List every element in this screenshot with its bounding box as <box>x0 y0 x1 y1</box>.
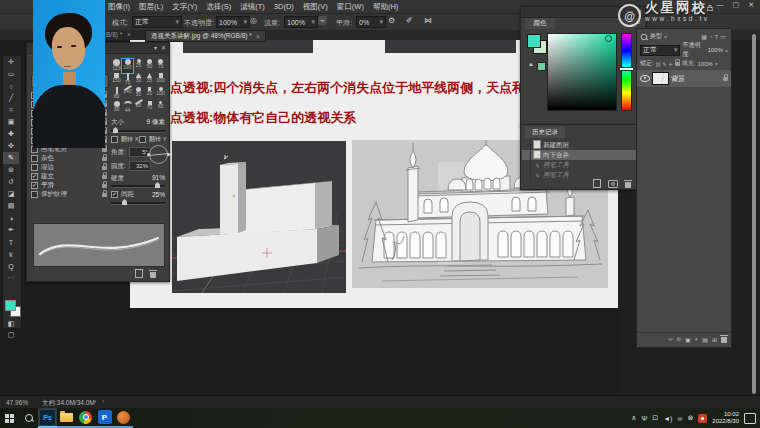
hue-slider-marker[interactable] <box>619 67 634 71</box>
brush-tip[interactable]: 100 <box>155 73 166 87</box>
brush-tip[interactable]: 50 <box>144 59 155 73</box>
option-wet-edges[interactable]: 湿边 <box>31 163 107 172</box>
history-step-new-layer[interactable]: 新建图层 <box>522 140 640 150</box>
mode-select[interactable]: 正常▾ <box>132 16 182 28</box>
history-source-cell[interactable] <box>522 150 531 160</box>
flow-select[interactable]: 100%▾ <box>284 16 318 28</box>
size-slider[interactable] <box>111 130 165 133</box>
taskbar-photoshop[interactable]: Ps <box>38 408 57 428</box>
saturation-brightness-field[interactable] <box>547 33 617 111</box>
brush-tip[interactable]: 30 <box>133 73 144 87</box>
layer-group-icon[interactable]: ▤ <box>702 336 708 343</box>
menu-help[interactable]: 帮助(H) <box>373 2 398 12</box>
menu-3d[interactable]: 3D(D) <box>274 2 294 12</box>
active-tab-close-icon[interactable]: × <box>256 33 260 40</box>
link-layers-icon[interactable]: ∞ <box>668 336 672 342</box>
remote-desktop-icon[interactable]: ⊡ <box>652 414 658 422</box>
tool-magic-wand[interactable]: ╱ <box>3 92 19 104</box>
menu-layer[interactable]: 图层(L) <box>139 2 163 12</box>
angle-roundness-widget[interactable] <box>149 145 168 164</box>
history-step-merge-down[interactable]: 向下合并 <box>522 150 640 160</box>
tool-clone-stamp[interactable]: ⊛ <box>3 164 19 176</box>
paint-symmetry-icon[interactable]: ⋈ <box>424 16 432 25</box>
size-slider-thumb[interactable] <box>113 127 118 133</box>
tool-pen[interactable]: ✒ <box>3 224 19 236</box>
brush-tip[interactable]: 65 <box>155 101 166 115</box>
tool-crop[interactable]: ⌗ <box>3 104 19 116</box>
tool-history-brush[interactable]: ↺ <box>3 176 19 188</box>
checkbox-icon[interactable] <box>31 191 38 198</box>
menu-image[interactable]: 图像(I) <box>108 2 130 12</box>
lock-icon[interactable] <box>102 166 107 170</box>
layer-mask-icon[interactable]: ▣ <box>685 336 691 343</box>
tray-app-badge-icon[interactable] <box>698 414 707 423</box>
tool-marquee[interactable]: ▭ <box>3 68 19 80</box>
menu-view[interactable]: 视图(V) <box>303 2 328 12</box>
taskbar-clock[interactable]: 10:02 2022/8/30 <box>712 411 739 425</box>
delete-layer-icon[interactable] <box>721 337 727 343</box>
network-icon[interactable]: ⊗ <box>687 414 693 422</box>
history-source-cell[interactable] <box>522 140 531 150</box>
spacing-checkbox[interactable]: 间距 <box>111 190 141 199</box>
brush-tip[interactable]: 44 <box>122 101 133 115</box>
brush-tip[interactable]: 25 <box>133 59 144 73</box>
taskbar-p-app[interactable]: P <box>95 408 114 428</box>
smoothing-select[interactable]: 0%▾ <box>356 16 386 28</box>
tool-zoom[interactable]: Q <box>3 260 19 272</box>
option-protect-texture[interactable]: 保护纹理 <box>31 190 107 199</box>
tray-expand-icon[interactable]: ∧ <box>631 414 636 422</box>
lock-icon[interactable] <box>102 157 107 161</box>
checkbox-icon[interactable] <box>31 182 38 189</box>
brush-tip[interactable]: 36 <box>111 101 122 115</box>
foreground-color-swatch[interactable] <box>5 300 16 311</box>
blend-mode-select[interactable]: 正常▾ <box>640 45 680 56</box>
checkbox-icon[interactable] <box>31 173 38 180</box>
menu-type[interactable]: 文字(Y) <box>172 2 197 12</box>
spacing-slider[interactable] <box>111 202 165 205</box>
lock-all-icon[interactable] <box>675 62 680 66</box>
color-field-marker[interactable] <box>605 35 612 42</box>
tool-more[interactable]: ⋯ <box>3 272 19 284</box>
option-smoothing[interactable]: 平滑 <box>31 181 107 190</box>
brush-tip[interactable]: 60 <box>133 101 144 115</box>
brush-tip[interactable]: 240 <box>122 87 133 101</box>
foreground-color-swatch[interactable] <box>527 34 541 48</box>
spacing-slider-thumb[interactable] <box>122 199 127 205</box>
lock-icon[interactable] <box>102 193 107 197</box>
menu-select[interactable]: 选择(S) <box>206 2 231 12</box>
taskbar-orange-app[interactable] <box>114 408 133 428</box>
action-center-icon[interactable] <box>744 413 756 424</box>
brush-tip[interactable]: 123 <box>111 59 122 73</box>
tool-move[interactable]: ✛ <box>3 56 19 68</box>
menu-window[interactable]: 窗口(W) <box>337 2 364 12</box>
tool-eraser[interactable]: ◪ <box>3 188 19 200</box>
status-chevron-icon[interactable]: › <box>94 398 96 405</box>
document-size-info[interactable]: 文档:34.0M/34.0M <box>42 399 95 408</box>
delete-state-icon[interactable] <box>625 182 631 188</box>
speaker-icon[interactable]: ◄) <box>663 415 672 422</box>
option-build-up[interactable]: 建立 <box>31 172 107 181</box>
opacity-pressure-icon[interactable]: ◎ <box>250 16 257 25</box>
layer-style-icon[interactable]: fx <box>677 336 681 342</box>
status-chevron-icon[interactable]: ‹ <box>102 398 104 405</box>
tool-brush[interactable]: ✎ <box>3 152 19 164</box>
background-document-tab[interactable]: B/8) * × <box>106 31 131 38</box>
microphone-icon[interactable]: Ψ <box>641 415 647 422</box>
search-icon[interactable] <box>641 33 647 39</box>
taskbar-chrome[interactable] <box>76 408 95 428</box>
filter-kind-icons[interactable]: ▦◔T▭ <box>701 33 728 40</box>
hardness-slider-thumb[interactable] <box>155 182 160 188</box>
hardness-slider[interactable] <box>111 185 165 188</box>
history-source-cell[interactable] <box>522 160 531 170</box>
active-document-tab[interactable]: 透视关系讲解.jpg @ 48%(RGB/8) * × <box>145 30 266 42</box>
tool-eyedropper[interactable]: ✚ <box>3 128 19 140</box>
hue-slider[interactable] <box>621 33 632 111</box>
tool-healing-brush[interactable]: ✜ <box>3 140 19 152</box>
brush-tip[interactable]: 150 <box>111 73 122 87</box>
new-layer-icon[interactable]: ⊞ <box>712 336 717 343</box>
option-noise[interactable]: 杂色 <box>31 154 107 163</box>
tool-lasso[interactable]: ○ <box>3 80 19 92</box>
brush-tip[interactable]: 75 <box>155 59 166 73</box>
color-tab[interactable]: 颜色 <box>525 18 555 29</box>
panel-close-icon[interactable]: ✕ <box>161 44 166 51</box>
